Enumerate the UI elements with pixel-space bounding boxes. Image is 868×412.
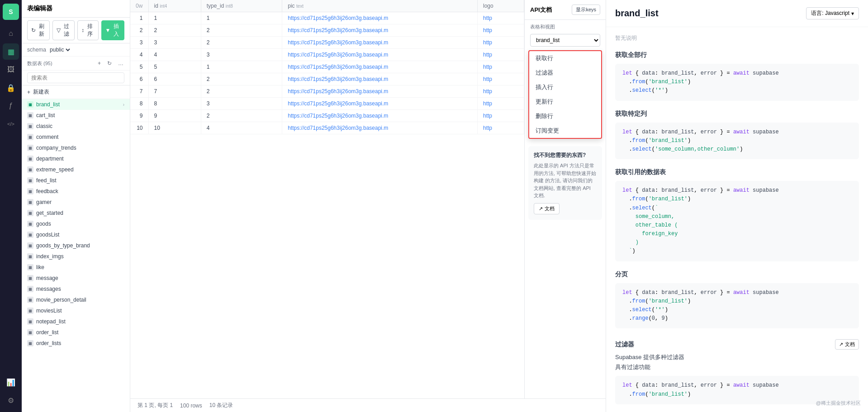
table-grid-icon: ▦	[27, 329, 33, 336]
table-item-name: extreme_speed	[36, 166, 124, 173]
table-item[interactable]: ▦ company_trends	[22, 142, 130, 153]
sidebar-icon-image[interactable]: 🖼	[3, 62, 19, 78]
table-item[interactable]: ▦ goodsList	[22, 229, 130, 240]
row-number: 5	[130, 61, 148, 73]
sort-button[interactable]: ↕ 排序	[77, 20, 99, 40]
insert-button[interactable]: ▼ 插入	[101, 20, 124, 40]
table-item-name: index_imgs	[36, 253, 124, 260]
api-panel-title: API文档	[530, 6, 552, 14]
sidebar-icon-table[interactable]: ▦	[3, 43, 19, 60]
table-item[interactable]: ▦ order_list	[22, 327, 130, 338]
table-item[interactable]: ▦ order_lists	[22, 338, 130, 349]
more-table-btn[interactable]: …	[115, 58, 126, 68]
table-item[interactable]: ▦ gamer	[22, 197, 130, 208]
section-title-all-rows: 获取全部行	[615, 51, 859, 59]
watermark: @稀土掘金技术社区	[816, 400, 861, 407]
menu-item-fetch-rows[interactable]: 获取行	[529, 51, 601, 66]
table-item[interactable]: ▦ movie_person_detail	[22, 294, 130, 305]
cell-logo: http	[478, 37, 524, 49]
col-id[interactable]: id int4	[148, 0, 201, 12]
table-item[interactable]: ▦ message	[22, 273, 130, 284]
sidebar-icon-chart[interactable]: 📊	[3, 374, 19, 390]
table-row[interactable]: 3 3 2 https://cd71ps25g6h3ij26om3g.basea…	[130, 37, 524, 49]
docs-button[interactable]: ↗ 文档	[534, 203, 560, 214]
language-selector[interactable]: 语言: Javascript ▾	[806, 7, 859, 19]
cell-logo: http	[478, 61, 524, 73]
filter-docs-button[interactable]: ↗ 文档	[835, 339, 859, 350]
insert-icon: ▼	[105, 27, 111, 33]
external-link-icon: ↗	[539, 206, 543, 212]
table-row[interactable]: 7 7 2 https://cd71ps25g6h3ij26om3g.basea…	[130, 85, 524, 98]
table-row[interactable]: 10 10 4 https://cd71ps25g6h3ij26om3g.bas…	[130, 122, 524, 134]
api-docs-title: brand_list	[615, 8, 659, 19]
search-input[interactable]	[27, 72, 124, 83]
table-item[interactable]: ▦ index_imgs	[22, 251, 130, 262]
table-item[interactable]: ▦ goods	[22, 218, 130, 229]
sidebar-icon-function[interactable]: ƒ	[3, 98, 19, 114]
table-item[interactable]: ▦ notepad_list	[22, 316, 130, 327]
sidebar-icon-settings[interactable]: ⚙	[3, 392, 19, 408]
api-table-selector[interactable]: brand_list	[530, 34, 600, 47]
menu-item-subscribe[interactable]: 订阅变更	[529, 123, 601, 138]
table-item[interactable]: ▦ moviesList	[22, 305, 130, 316]
table-item[interactable]: ▦ classic	[22, 121, 130, 132]
cell-logo: http	[478, 49, 524, 61]
cell-id: 6	[148, 73, 201, 85]
show-keys-button[interactable]: 显示keys	[572, 5, 600, 15]
table-grid-icon: ▦	[27, 101, 33, 108]
sidebar-icon-home[interactable]: ⌂	[3, 25, 19, 42]
table-row[interactable]: 9 9 2 https://cd71ps25g6h3ij26om3g.basea…	[130, 110, 524, 122]
table-item[interactable]: ▦ feed_list	[22, 175, 130, 186]
data-table-container[interactable]: 0w id int4 type_id int8 pic text logo	[130, 0, 524, 398]
cell-pic: https://cd71ps25g6h3ij26om3g.baseapi.m	[282, 61, 478, 73]
section-title-related: 获取引用的数据表	[615, 168, 859, 176]
table-row[interactable]: 5 5 1 https://cd71ps25g6h3ij26om3g.basea…	[130, 61, 524, 73]
table-grid-icon: ▦	[27, 221, 33, 227]
table-item[interactable]: ▦ messages	[22, 284, 130, 294]
table-row[interactable]: 1 1 1 https://cd71ps25g6h3ij26om3g.basea…	[130, 12, 524, 24]
table-item[interactable]: ▦ brand_list ›	[22, 99, 130, 110]
table-item-name: message	[36, 275, 124, 281]
add-table-btn[interactable]: +	[95, 58, 104, 68]
refresh-table-btn[interactable]: ↻	[104, 58, 114, 68]
table-row[interactable]: 2 2 2 https://cd71ps25g6h3ij26om3g.basea…	[130, 24, 524, 37]
menu-item-filter[interactable]: 过滤器	[529, 66, 601, 80]
table-grid-icon: ▦	[27, 264, 33, 270]
table-item[interactable]: ▦ like	[22, 262, 130, 273]
table-item[interactable]: ▦ comment	[22, 132, 130, 142]
table-row[interactable]: 6 6 2 https://cd71ps25g6h3ij26om3g.basea…	[130, 73, 524, 85]
table-item[interactable]: ▦ feedback	[22, 186, 130, 197]
menu-item-delete[interactable]: 删除行	[529, 109, 601, 123]
panel-header: 表编辑器	[22, 0, 130, 18]
table-item[interactable]: ▦ department	[22, 153, 130, 164]
col-logo[interactable]: logo	[478, 0, 524, 12]
table-item[interactable]: ▦ goods_by_type_brand	[22, 240, 130, 251]
menu-item-insert[interactable]: 插入行	[529, 80, 601, 95]
table-item[interactable]: ▦ get_started	[22, 208, 130, 218]
api-docs-body: 暂无说明 获取全部行 let { data: brand_list, error…	[606, 27, 868, 412]
filter-button[interactable]: ▽ 过滤	[52, 20, 75, 40]
table-row[interactable]: 4 4 3 https://cd71ps25g6h3ij26om3g.basea…	[130, 49, 524, 61]
table-list: ▦ brand_list › ▦ cart_list ▦ classic ▦ c…	[22, 99, 130, 412]
table-grid-icon: ▦	[27, 242, 33, 249]
table-item-name: feedback	[36, 188, 124, 194]
table-grid-icon: ▦	[27, 123, 33, 129]
sidebar-icon-code[interactable]: </>	[3, 116, 19, 132]
col-pic[interactable]: pic text	[282, 0, 478, 12]
refresh-button[interactable]: ↻ 刷新	[27, 20, 50, 40]
new-table-button[interactable]: + 新建表	[22, 85, 130, 99]
menu-item-update[interactable]: 更新行	[529, 95, 601, 109]
app-logo[interactable]: S	[3, 4, 19, 20]
row-number: 3	[130, 37, 148, 49]
schema-select[interactable]: public	[48, 46, 71, 53]
table-item[interactable]: ▦ extreme_speed	[22, 164, 130, 175]
table-item[interactable]: ▦ cart_list	[22, 110, 130, 121]
table-item-name: company_trends	[36, 145, 124, 151]
col-type-id[interactable]: type_id int8	[201, 0, 282, 12]
cell-type-id: 2	[201, 73, 282, 85]
table-row[interactable]: 8 8 3 https://cd71ps25g6h3ij26om3g.basea…	[130, 98, 524, 110]
bottom-bar: 第 1 页, 每页 1 100 rows 10 条记录	[130, 398, 606, 412]
table-item-name: feed_list	[36, 177, 124, 184]
data-area: 0w id int4 type_id int8 pic text logo	[130, 0, 606, 398]
sidebar-icon-lock[interactable]: 🔒	[3, 80, 19, 96]
